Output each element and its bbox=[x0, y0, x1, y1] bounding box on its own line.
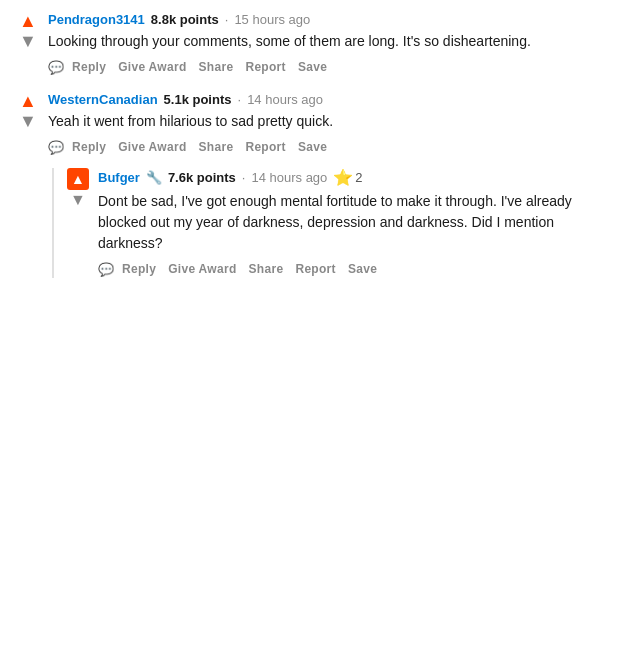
points: 8.8k points bbox=[151, 12, 219, 27]
comment-icon: 💬 bbox=[48, 140, 64, 155]
award-badge: ⭐ 2 bbox=[333, 168, 362, 187]
give-award-button[interactable]: Give Award bbox=[164, 260, 240, 278]
comment-3: ▲ ▼ Bufger 🔧 7.6k points · 14 hours ago … bbox=[66, 168, 614, 278]
award-star-icon: ⭐ bbox=[333, 168, 353, 187]
comment-body: Bufger 🔧 7.6k points · 14 hours ago ⭐ 2 … bbox=[98, 168, 614, 278]
dot-separator: · bbox=[238, 92, 242, 107]
reply-button[interactable]: Reply bbox=[68, 138, 110, 156]
action-bar: 💬 Reply Give Award Share Report Save bbox=[48, 138, 614, 156]
downvote-button[interactable]: ▼ bbox=[19, 112, 37, 130]
downvote-button[interactable]: ▼ bbox=[19, 32, 37, 50]
comment-text: Looking through your comments, some of t… bbox=[48, 31, 614, 52]
save-button[interactable]: Save bbox=[344, 260, 381, 278]
comment-text: Dont be sad, I've got enough mental fort… bbox=[98, 191, 614, 254]
dot-separator: · bbox=[242, 170, 246, 185]
give-award-button[interactable]: Give Award bbox=[114, 138, 190, 156]
action-bar: 💬 Reply Give Award Share Report Save bbox=[48, 58, 614, 76]
downvote-button[interactable]: ▼ bbox=[70, 192, 86, 208]
comment-1: ▲ ▼ Pendragon3141 8.8k points · 15 hours… bbox=[16, 12, 614, 76]
time-ago: 14 hours ago bbox=[251, 170, 327, 185]
report-button[interactable]: Report bbox=[241, 58, 289, 76]
comment-text: Yeah it went from hilarious to sad prett… bbox=[48, 111, 614, 132]
upvote-button[interactable]: ▲ bbox=[19, 12, 37, 30]
comment-2: ▲ ▼ WesternCanadian 5.1k points · 14 hou… bbox=[16, 92, 614, 294]
upvote-button[interactable]: ▲ bbox=[67, 168, 89, 190]
points: 5.1k points bbox=[164, 92, 232, 107]
time-ago: 14 hours ago bbox=[247, 92, 323, 107]
comment-body: WesternCanadian 5.1k points · 14 hours a… bbox=[48, 92, 614, 294]
vote-column: ▲ ▼ bbox=[66, 168, 90, 278]
comment-meta: Bufger 🔧 7.6k points · 14 hours ago ⭐ 2 bbox=[98, 168, 614, 187]
username[interactable]: Pendragon3141 bbox=[48, 12, 145, 27]
comment-body: Pendragon3141 8.8k points · 15 hours ago… bbox=[48, 12, 614, 76]
vote-column: ▲ ▼ bbox=[16, 92, 40, 294]
action-bar: 💬 Reply Give Award Share Report Save bbox=[98, 260, 614, 278]
share-button[interactable]: Share bbox=[245, 260, 288, 278]
time-ago: 15 hours ago bbox=[234, 12, 310, 27]
points: 7.6k points bbox=[168, 170, 236, 185]
upvote-button[interactable]: ▲ bbox=[19, 92, 37, 110]
comment-meta: Pendragon3141 8.8k points · 15 hours ago bbox=[48, 12, 614, 27]
reply-button[interactable]: Reply bbox=[68, 58, 110, 76]
dot-separator: · bbox=[225, 12, 229, 27]
username[interactable]: Bufger bbox=[98, 170, 140, 185]
share-button[interactable]: Share bbox=[195, 138, 238, 156]
comment-icon: 💬 bbox=[98, 262, 114, 277]
username[interactable]: WesternCanadian bbox=[48, 92, 158, 107]
give-award-button[interactable]: Give Award bbox=[114, 58, 190, 76]
nested-comments: ▲ ▼ Bufger 🔧 7.6k points · 14 hours ago … bbox=[52, 168, 614, 278]
comment-icon: 💬 bbox=[48, 60, 64, 75]
save-button[interactable]: Save bbox=[294, 138, 331, 156]
wrench-icon: 🔧 bbox=[146, 170, 162, 185]
save-button[interactable]: Save bbox=[294, 58, 331, 76]
vote-column: ▲ ▼ bbox=[16, 12, 40, 76]
report-button[interactable]: Report bbox=[241, 138, 289, 156]
reply-button[interactable]: Reply bbox=[118, 260, 160, 278]
award-count: 2 bbox=[355, 170, 362, 185]
comment-meta: WesternCanadian 5.1k points · 14 hours a… bbox=[48, 92, 614, 107]
share-button[interactable]: Share bbox=[195, 58, 238, 76]
report-button[interactable]: Report bbox=[291, 260, 339, 278]
